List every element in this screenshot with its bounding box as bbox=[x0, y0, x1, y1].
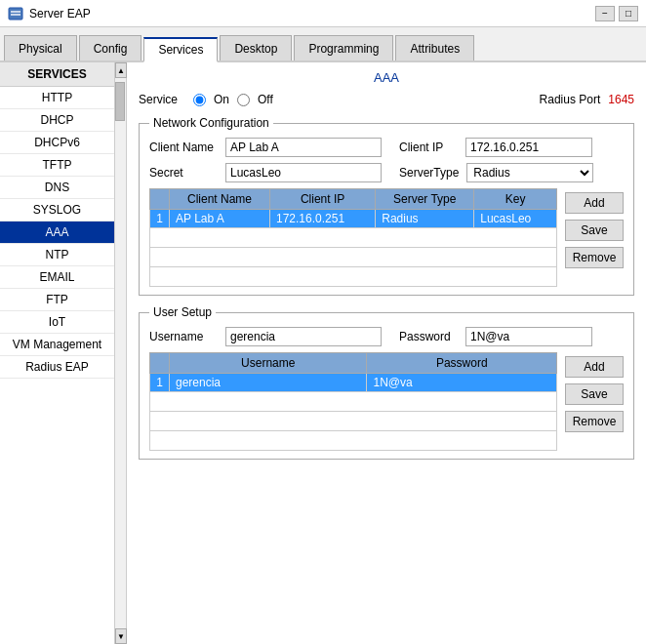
service-label: Service bbox=[139, 93, 178, 106]
network-table-row[interactable]: 1 AP Lab A 172.16.0.251 Radius LucasLeo bbox=[150, 210, 557, 228]
sidebar-item-tftp[interactable]: TFTP bbox=[0, 154, 114, 177]
server-type-header: Server Type bbox=[376, 189, 474, 210]
row-client-ip: 172.16.0.251 bbox=[269, 210, 375, 228]
content-area: AAA Service On Off Radius Port 1645 Netw… bbox=[127, 62, 646, 644]
svg-rect-1 bbox=[11, 11, 20, 13]
user-table-container: Username Password 1 gerencia 1N@va bbox=[149, 352, 557, 451]
section-title: AAA bbox=[139, 70, 634, 85]
user-setup-legend: User Setup bbox=[149, 305, 216, 319]
radius-port-value: 1645 bbox=[608, 93, 634, 106]
tab-physical[interactable]: Physical bbox=[4, 35, 77, 60]
network-row-1: Client Name Client IP bbox=[149, 138, 624, 157]
client-ip-input[interactable] bbox=[465, 138, 592, 157]
client-name-input[interactable] bbox=[225, 138, 382, 157]
tab-bar: Physical Config Services Desktop Program… bbox=[0, 27, 646, 62]
sidebar-item-email[interactable]: EMAIL bbox=[0, 266, 114, 289]
user-table: Username Password 1 gerencia 1N@va bbox=[149, 352, 557, 451]
tab-attributes[interactable]: Attributes bbox=[395, 35, 474, 60]
network-config-legend: Network Configuration bbox=[149, 116, 273, 130]
username-label: Username bbox=[149, 330, 218, 343]
sidebar-item-iot[interactable]: IoT bbox=[0, 311, 114, 334]
key-header: Key bbox=[474, 189, 557, 210]
minimize-button[interactable]: − bbox=[595, 6, 615, 21]
client-name-label: Client Name bbox=[149, 141, 218, 154]
user-save-button[interactable]: Save bbox=[565, 383, 624, 405]
radius-port-label: Radius Port bbox=[540, 93, 601, 106]
sidebar-item-radius[interactable]: Radius EAP bbox=[0, 356, 114, 379]
network-row-2: Secret ServerType Radius TACACS+ bbox=[149, 163, 624, 182]
scroll-thumb[interactable] bbox=[115, 82, 125, 121]
sidebar-item-ftp[interactable]: FTP bbox=[0, 289, 114, 311]
service-off-radio[interactable] bbox=[237, 94, 250, 106]
user-table-row[interactable]: 1 gerencia 1N@va bbox=[150, 374, 557, 392]
server-type-label: ServerType bbox=[399, 166, 459, 180]
maximize-button[interactable]: □ bbox=[619, 6, 638, 21]
app-icon bbox=[8, 6, 23, 21]
service-row: Service On Off Radius Port 1645 bbox=[139, 93, 634, 106]
network-save-button[interactable]: Save bbox=[565, 220, 624, 241]
network-button-group: Add Save Remove bbox=[565, 188, 624, 287]
username-header: Username bbox=[170, 353, 367, 374]
service-on-group: On bbox=[193, 93, 229, 106]
row-num: 1 bbox=[150, 210, 170, 228]
row-client-name: AP Lab A bbox=[170, 210, 270, 228]
svg-rect-2 bbox=[11, 14, 20, 16]
tab-config[interactable]: Config bbox=[79, 35, 142, 60]
username-input[interactable] bbox=[225, 327, 382, 346]
user-remove-button[interactable]: Remove bbox=[565, 411, 624, 432]
network-table-container: Client Name Client IP Server Type Key 1 … bbox=[149, 188, 557, 287]
client-ip-label: Client IP bbox=[399, 141, 458, 154]
client-ip-header: Client IP bbox=[269, 189, 375, 210]
user-row-password: 1N@va bbox=[367, 374, 557, 392]
sidebar-item-ntp[interactable]: NTP bbox=[0, 244, 114, 266]
user-setup-section: User Setup Username Password Username bbox=[139, 305, 634, 460]
sidebar-item-dns[interactable]: DNS bbox=[0, 177, 114, 199]
server-type-select[interactable]: Radius TACACS+ bbox=[466, 163, 593, 182]
tab-desktop[interactable]: Desktop bbox=[220, 35, 292, 60]
password-header: Password bbox=[367, 353, 557, 374]
sidebar-item-aaa[interactable]: AAA bbox=[0, 221, 114, 244]
sidebar-scrollbar[interactable]: ▲ ▼ bbox=[114, 62, 126, 644]
sidebar-header: SERVICES bbox=[0, 62, 114, 87]
user-row-num: 1 bbox=[150, 374, 170, 392]
user-setup-row: Username Password bbox=[149, 327, 624, 346]
tab-services[interactable]: Services bbox=[143, 37, 218, 62]
client-name-header: Client Name bbox=[170, 189, 270, 210]
user-button-group: Add Save Remove bbox=[565, 352, 624, 451]
user-num-header bbox=[150, 353, 170, 374]
secret-input[interactable] bbox=[225, 163, 382, 182]
network-table-section: Client Name Client IP Server Type Key 1 … bbox=[149, 188, 624, 287]
network-config-section: Network Configuration Client Name Client… bbox=[139, 116, 634, 296]
scroll-down-arrow[interactable]: ▼ bbox=[115, 628, 127, 644]
title-bar: Server EAP − □ bbox=[0, 0, 646, 27]
service-on-radio[interactable] bbox=[193, 94, 206, 106]
sidebar-item-http[interactable]: HTTP bbox=[0, 87, 114, 109]
row-key: LucasLeo bbox=[474, 210, 557, 228]
tab-programming[interactable]: Programming bbox=[294, 35, 393, 60]
sidebar-item-vm[interactable]: VM Management bbox=[0, 334, 114, 356]
network-remove-button[interactable]: Remove bbox=[565, 247, 624, 268]
secret-label: Secret bbox=[149, 166, 218, 180]
service-off-label[interactable]: Off bbox=[258, 93, 273, 106]
user-table-section: Username Password 1 gerencia 1N@va bbox=[149, 352, 624, 451]
user-add-button[interactable]: Add bbox=[565, 356, 624, 378]
sidebar-item-syslog[interactable]: SYSLOG bbox=[0, 199, 114, 221]
sidebar: SERVICES HTTP DHCP DHCPv6 TFTP DNS SYSLO… bbox=[0, 62, 127, 644]
network-table: Client Name Client IP Server Type Key 1 … bbox=[149, 188, 557, 287]
password-label: Password bbox=[399, 330, 458, 343]
sidebar-item-dhcp[interactable]: DHCP bbox=[0, 109, 114, 132]
service-off-group: Off bbox=[237, 93, 273, 106]
network-add-button[interactable]: Add bbox=[565, 192, 624, 214]
password-input[interactable] bbox=[465, 327, 592, 346]
scroll-up-arrow[interactable]: ▲ bbox=[115, 62, 127, 78]
row-server-type: Radius bbox=[376, 210, 474, 228]
num-header bbox=[150, 189, 170, 210]
title-bar-title: Server EAP bbox=[29, 7, 595, 20]
title-bar-controls[interactable]: − □ bbox=[595, 6, 638, 21]
user-row-username: gerencia bbox=[170, 374, 367, 392]
sidebar-item-dhcpv6[interactable]: DHCPv6 bbox=[0, 132, 114, 154]
service-on-label[interactable]: On bbox=[214, 93, 229, 106]
